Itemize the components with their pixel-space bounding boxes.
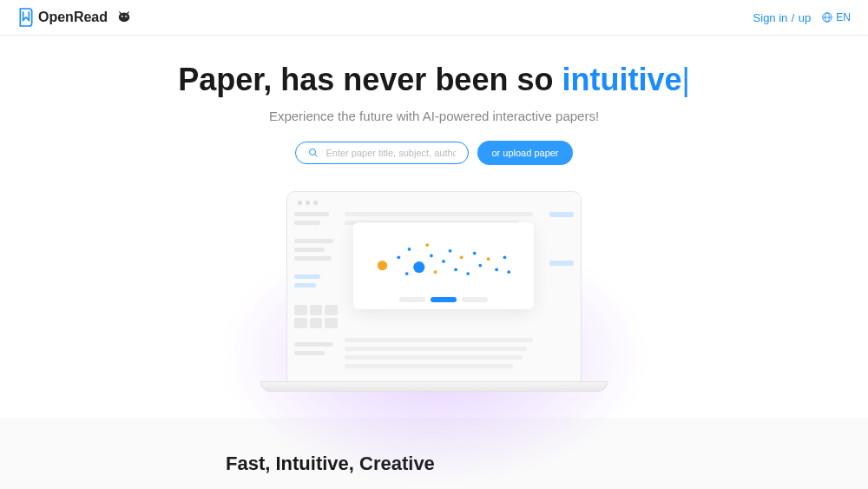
svg-point-27 xyxy=(507,270,510,274)
svg-point-10 xyxy=(378,261,387,270)
svg-point-13 xyxy=(405,272,409,275)
window-controls xyxy=(294,199,574,207)
mock-main xyxy=(345,212,542,374)
svg-point-15 xyxy=(430,254,433,258)
lang-label: EN xyxy=(836,11,851,23)
svg-point-26 xyxy=(503,255,507,259)
svg-point-17 xyxy=(442,260,445,263)
auth-sep: / xyxy=(792,11,795,24)
svg-point-11 xyxy=(413,261,424,273)
laptop-base xyxy=(260,381,608,392)
svg-point-20 xyxy=(460,255,464,259)
mock-right xyxy=(549,212,574,374)
logo-icon xyxy=(17,7,35,28)
svg-point-25 xyxy=(495,268,498,272)
scatter-popup xyxy=(353,222,534,309)
svg-point-23 xyxy=(478,264,482,268)
upload-button[interactable]: or upload paper xyxy=(477,141,572,165)
hero-subtitle: Experience the future with AI-powered in… xyxy=(17,109,851,123)
hero-illustration xyxy=(17,191,851,418)
features-section: Fast, Intuitive, Creative In OpenRead, o… xyxy=(0,418,868,489)
header-right: Sign in / up EN xyxy=(753,10,851,25)
svg-point-22 xyxy=(473,252,477,255)
svg-point-18 xyxy=(449,249,452,253)
typing-cursor: | xyxy=(681,62,689,97)
svg-point-16 xyxy=(434,270,437,274)
header-left: OpenRead xyxy=(17,7,132,28)
search-icon xyxy=(308,148,319,158)
svg-point-24 xyxy=(487,257,490,261)
brand-name: OpenRead xyxy=(38,10,108,25)
svg-point-14 xyxy=(408,248,411,251)
search-box[interactable] xyxy=(295,142,469,164)
signin-link[interactable]: Sign in xyxy=(753,11,788,24)
popup-footer xyxy=(399,297,488,302)
svg-point-12 xyxy=(397,255,400,259)
mock-sidebar xyxy=(294,212,338,374)
search-input[interactable] xyxy=(326,148,456,158)
globe-icon xyxy=(821,11,833,23)
svg-point-19 xyxy=(454,268,457,272)
header: OpenRead Sign in / up xyxy=(0,0,868,36)
auth-links: Sign in / up xyxy=(753,10,812,25)
logo[interactable]: OpenRead xyxy=(17,7,108,28)
laptop-mockup xyxy=(286,191,582,382)
hero-section: Paper, has never been so intuitive| Expe… xyxy=(0,36,868,418)
svg-point-21 xyxy=(466,272,470,275)
search-row: or upload paper xyxy=(17,141,851,165)
scatter-plot-icon xyxy=(362,231,525,292)
svg-point-4 xyxy=(126,16,127,17)
features-title: Fast, Intuitive, Creative xyxy=(226,453,642,475)
language-selector[interactable]: EN xyxy=(821,11,851,23)
mascot-icon xyxy=(116,8,132,27)
hero-title-prefix: Paper, has never been so xyxy=(178,62,562,97)
svg-line-9 xyxy=(315,155,318,157)
hero-title: Paper, has never been so intuitive| xyxy=(17,62,851,98)
laptop-screen xyxy=(294,212,574,374)
svg-point-28 xyxy=(425,243,429,247)
svg-point-8 xyxy=(310,149,316,155)
svg-point-3 xyxy=(122,16,122,17)
signup-link[interactable]: up xyxy=(799,11,811,24)
hero-title-accent: intuitive xyxy=(562,62,681,97)
